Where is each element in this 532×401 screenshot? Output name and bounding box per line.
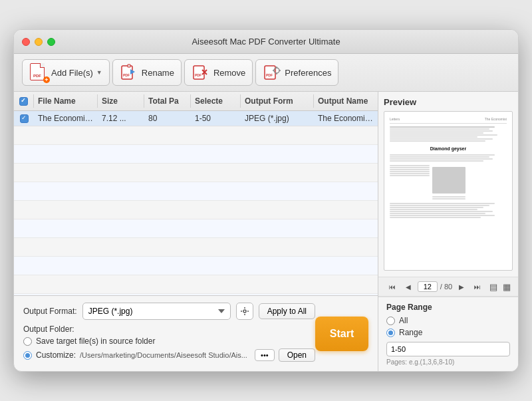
all-pages-radio[interactable] — [386, 317, 395, 325]
row-size: 7.12 ... — [98, 111, 144, 126]
range-option[interactable]: Range — [386, 328, 510, 337]
page-range-title: Page Range — [386, 303, 510, 312]
close-button[interactable] — [22, 38, 30, 46]
preferences-button[interactable]: PDF Preferences — [255, 59, 338, 86]
empty-row — [14, 182, 378, 201]
header-filename: File Name — [34, 94, 98, 108]
row-selected: 1-50 — [191, 111, 241, 126]
settings-icon-btn[interactable] — [236, 303, 253, 320]
format-select[interactable]: JPEG (*.jpg) — [82, 303, 231, 320]
header-checkbox[interactable] — [19, 97, 28, 106]
bottom-inner: Output Format: JPEG (*.jpg) — [14, 296, 378, 371]
titlebar: Aiseesoft Mac PDF Converter Ultimate — [14, 30, 518, 54]
last-page-button[interactable]: ⏭ — [471, 280, 484, 293]
save-source-radio[interactable] — [23, 337, 32, 346]
preview-area: Preview Letters The Economist — [378, 92, 518, 277]
header-selected: Selecte — [191, 94, 241, 108]
preview-page-title: Diamond geyser — [390, 146, 507, 152]
all-pages-label: All — [399, 316, 408, 325]
empty-row — [14, 145, 378, 164]
empty-row — [14, 275, 378, 294]
preferences-icon: PDF — [263, 63, 281, 82]
header-total-pages: Total Pa — [144, 94, 191, 108]
traffic-lights — [22, 38, 55, 46]
left-panel: File Name Size Total Pa Selecte Output F… — [14, 92, 378, 371]
row-total-pages: 80 — [144, 111, 191, 126]
save-source-label: Save target file(s) in source folder — [36, 336, 155, 346]
main-content: File Name Size Total Pa Selecte Output F… — [14, 92, 518, 371]
prev-page-button[interactable]: ◀ — [402, 280, 415, 293]
double-page-view-icon[interactable]: ▦ — [503, 282, 511, 292]
save-source-option[interactable]: Save target file(s) in source folder — [23, 336, 315, 346]
row-checkbox-cell — [14, 112, 34, 126]
empty-row — [14, 257, 378, 275]
open-button[interactable]: Open — [279, 348, 315, 362]
dots-button[interactable]: ••• — [255, 349, 275, 361]
svg-rect-2 — [194, 66, 204, 79]
remove-button[interactable]: PDF Remove — [184, 59, 253, 86]
svg-rect-6 — [265, 66, 275, 79]
right-panel: Preview Letters The Economist — [378, 92, 518, 371]
row-output-name: The Economist 2023-06-09 — [314, 111, 378, 126]
minimize-button[interactable] — [35, 38, 43, 46]
toolbar: + Add File(s) ▼ PDF Rename PDF — [14, 54, 518, 92]
add-files-button[interactable]: + Add File(s) ▼ — [22, 59, 110, 86]
controls-right: Start — [315, 303, 368, 364]
range-hint: Pages: e.g.(1,3,6,8-10) — [386, 358, 510, 366]
preview-nav: ⏮ ◀ 12 / 80 ▶ ⏭ ▤ ▦ — [378, 277, 518, 297]
range-label: Range — [399, 328, 422, 337]
apply-to-all-button[interactable]: Apply to All — [259, 303, 315, 319]
row-output-format: JPEG (*.jpg) — [241, 111, 314, 126]
svg-point-13 — [243, 310, 246, 313]
range-input[interactable] — [386, 342, 510, 356]
empty-row — [14, 201, 378, 219]
empty-row — [14, 126, 378, 145]
empty-row — [14, 238, 378, 257]
header-size: Size — [98, 94, 144, 108]
file-table: File Name Size Total Pa Selecte Output F… — [14, 92, 378, 295]
window-title: Aiseesoft Mac PDF Converter Ultimate — [192, 37, 340, 47]
page-range-section: Page Range All Range Pages: e.g.(1,3,6,8… — [378, 297, 518, 371]
controls-left: Output Format: JPEG (*.jpg) — [23, 303, 315, 364]
range-radio[interactable] — [386, 329, 395, 337]
customize-option[interactable]: Customize: /Users/marketing/Documents/Ai… — [23, 348, 315, 362]
table-header: File Name Size Total Pa Selecte Output F… — [14, 92, 378, 111]
svg-text:PDF: PDF — [195, 73, 201, 77]
maximize-button[interactable] — [47, 38, 55, 46]
add-files-label: Add File(s) — [51, 68, 93, 78]
first-page-button[interactable]: ⏮ — [386, 280, 399, 293]
customize-radio[interactable] — [23, 351, 32, 360]
preview-image: Letters The Economist Diamond — [384, 111, 513, 271]
svg-text:PDF: PDF — [123, 73, 130, 77]
output-folder-label: Output Folder: — [23, 325, 74, 334]
all-pages-option[interactable]: All — [386, 316, 510, 325]
svg-text:PDF: PDF — [266, 73, 273, 77]
page-number-input[interactable]: 12 — [418, 281, 438, 292]
output-folder-section: Output Folder: — [23, 324, 315, 334]
remove-label: Remove — [213, 68, 245, 78]
empty-row — [14, 219, 378, 238]
header-checkbox-cell — [14, 94, 34, 108]
single-page-view-icon[interactable]: ▤ — [489, 282, 497, 292]
customize-path: /Users/marketing/Documents/Aiseesoft Stu… — [80, 351, 251, 359]
header-output-name: Output Name — [314, 94, 378, 108]
start-button[interactable]: Start — [315, 317, 368, 351]
output-format-row: Output Format: JPEG (*.jpg) — [23, 303, 315, 320]
header-output-format: Output Form — [241, 94, 314, 108]
main-window: Aiseesoft Mac PDF Converter Ultimate + A… — [13, 29, 519, 372]
rename-label: Rename — [142, 68, 174, 78]
row-checkbox[interactable] — [20, 114, 29, 123]
add-files-icon: + — [29, 63, 48, 82]
preferences-label: Preferences — [285, 68, 331, 78]
rename-button[interactable]: PDF Rename — [112, 59, 182, 86]
next-page-button[interactable]: ▶ — [455, 280, 468, 293]
empty-row — [14, 164, 378, 182]
output-format-label: Output Format: — [23, 307, 77, 316]
table-row[interactable]: The Economist 2023.... 7.12 ... 80 1-50 … — [14, 111, 378, 126]
dropdown-arrow-icon: ▼ — [96, 69, 102, 76]
row-filename: The Economist 2023.... — [34, 111, 98, 126]
bottom-section: Output Format: JPEG (*.jpg) — [14, 295, 378, 371]
customize-label: Customize: — [36, 350, 76, 360]
rename-icon: PDF — [120, 63, 138, 82]
preview-label: Preview — [384, 97, 513, 107]
